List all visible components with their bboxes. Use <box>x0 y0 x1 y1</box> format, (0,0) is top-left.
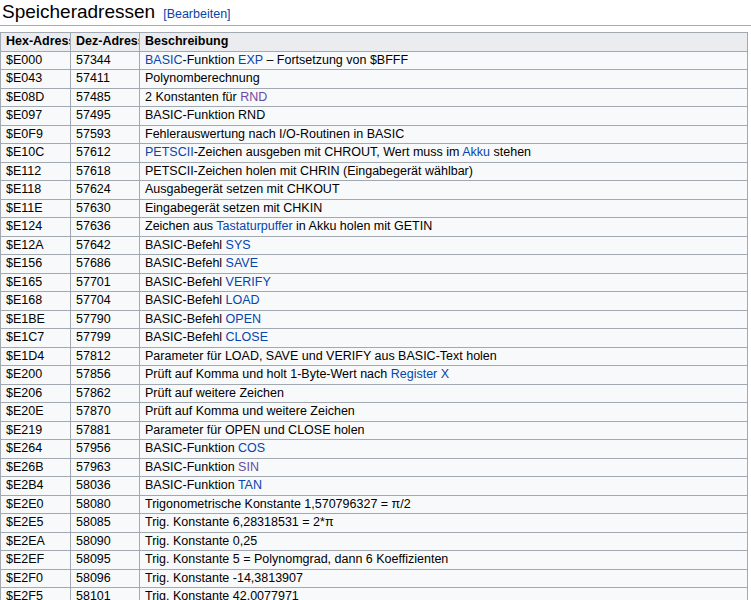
description-text: Prüft auf weitere Zeichen <box>145 386 284 400</box>
table-row: $E12457636Zeichen aus Tastaturpuffer in … <box>1 218 748 237</box>
description-text: Zeichen aus <box>145 219 216 233</box>
wiki-link[interactable]: Tastaturpuffer <box>216 219 292 233</box>
hex-address-cell: $E2B4 <box>1 477 71 496</box>
description-text: Trig. Konstante 42,0077971 <box>145 589 299 600</box>
dec-address-cell: 58085 <box>71 514 140 533</box>
table-row: $E11857624Ausgabegerät setzen mit CHKOUT <box>1 181 748 200</box>
dec-address-cell: 57485 <box>71 88 140 107</box>
hex-address-cell: $E112 <box>1 162 71 181</box>
description-cell: Parameter für LOAD, SAVE und VERIFY aus … <box>140 347 748 366</box>
table-row: $E11257618PETSCII-Zeichen holen mit CHRI… <box>1 162 748 181</box>
header-hex-address: Hex-Adresse <box>1 33 71 52</box>
table-row: $E16857704BASIC-Befehl LOAD <box>1 292 748 311</box>
dec-address-cell: 58096 <box>71 569 140 588</box>
dec-address-cell: 57411 <box>71 70 140 89</box>
dec-address-cell: 57862 <box>71 384 140 403</box>
table-row: $E1D457812Parameter für LOAD, SAVE und V… <box>1 347 748 366</box>
table-row: $E2E058080Trigonometrische Konstante 1,5… <box>1 495 748 514</box>
dec-address-cell: 57704 <box>71 292 140 311</box>
hex-address-cell: $E124 <box>1 218 71 237</box>
table-row: $E20E57870Prüft auf Komma und weitere Ze… <box>1 403 748 422</box>
description-cell: Prüft auf Komma und weitere Zeichen <box>140 403 748 422</box>
wiki-link[interactable]: CLOSE <box>226 330 268 344</box>
hex-address-cell: $E168 <box>1 292 71 311</box>
dec-address-cell: 57956 <box>71 440 140 459</box>
dec-address-cell: 57618 <box>71 162 140 181</box>
description-text: Parameter für OPEN und CLOSE holen <box>145 423 365 437</box>
description-text: BASIC-Funktion <box>145 441 238 455</box>
wiki-link[interactable]: BASIC <box>145 53 183 67</box>
description-text: Trig. Konstante 6,28318531 = 2*π <box>145 515 334 529</box>
description-cell: Trig. Konstante 42,0077971 <box>140 588 748 600</box>
hex-address-cell: $E2E0 <box>1 495 71 514</box>
dec-address-cell: 57593 <box>71 125 140 144</box>
dec-address-cell: 57881 <box>71 421 140 440</box>
hex-address-cell: $E165 <box>1 273 71 292</box>
wiki-link[interactable]: OPEN <box>226 312 261 326</box>
description-text: Prüft auf Komma und weitere Zeichen <box>145 404 355 418</box>
hex-address-cell: $E20E <box>1 403 71 422</box>
description-text: – Fortsetzung von $BFFF <box>263 53 408 67</box>
wiki-link[interactable]: LOAD <box>226 293 260 307</box>
table-row: $E11E57630Eingabegerät setzen mit CHKIN <box>1 199 748 218</box>
dec-address-cell: 57686 <box>71 255 140 274</box>
table-row: $E12A57642BASIC-Befehl SYS <box>1 236 748 255</box>
hex-address-cell: $E08D <box>1 88 71 107</box>
description-text: BASIC-Befehl <box>145 256 226 270</box>
table-row: $E15657686BASIC-Befehl SAVE <box>1 255 748 274</box>
description-text: Polynomberechnung <box>145 71 260 85</box>
dec-address-cell: 57495 <box>71 107 140 126</box>
wiki-link[interactable]: Akku <box>462 145 490 159</box>
description-cell: Eingabegerät setzen mit CHKIN <box>140 199 748 218</box>
table-row: $E09757495BASIC-Funktion RND <box>1 107 748 126</box>
wiki-link[interactable]: PETSCII <box>145 145 194 159</box>
table-row: $E26457956BASIC-Funktion COS <box>1 440 748 459</box>
wiki-link[interactable]: EXP <box>238 53 263 67</box>
hex-address-cell: $E26B <box>1 458 71 477</box>
hex-address-cell: $E043 <box>1 70 71 89</box>
dec-address-cell: 57636 <box>71 218 140 237</box>
description-text: BASIC-Befehl <box>145 293 226 307</box>
hex-address-cell: $E2EA <box>1 532 71 551</box>
table-row: $E2B458036BASIC-Funktion TAN <box>1 477 748 496</box>
description-text: BASIC-Funktion RND <box>145 108 265 122</box>
description-cell: BASIC-Befehl LOAD <box>140 292 748 311</box>
table-row: $E16557701BASIC-Befehl VERIFY <box>1 273 748 292</box>
description-text: BASIC-Funktion <box>145 460 238 474</box>
table-row: $E10C57612PETSCII-Zeichen ausgeben mit C… <box>1 144 748 163</box>
description-cell: BASIC-Befehl VERIFY <box>140 273 748 292</box>
wiki-link[interactable]: RND <box>240 90 267 104</box>
wiki-link[interactable]: SYS <box>226 238 251 252</box>
description-cell: PETSCII-Zeichen ausgeben mit CHROUT, Wer… <box>140 144 748 163</box>
table-row: $E2EA58090Trig. Konstante 0,25 <box>1 532 748 551</box>
description-cell: BASIC-Befehl OPEN <box>140 310 748 329</box>
wiki-link[interactable]: COS <box>238 441 265 455</box>
dec-address-cell: 57624 <box>71 181 140 200</box>
hex-address-cell: $E000 <box>1 51 71 70</box>
wiki-link[interactable]: SIN <box>238 460 259 474</box>
table-row: $E26B57963BASIC-Funktion SIN <box>1 458 748 477</box>
wiki-link[interactable]: SAVE <box>226 256 258 270</box>
hex-address-cell: $E118 <box>1 181 71 200</box>
description-cell: BASIC-Funktion TAN <box>140 477 748 496</box>
wiki-link[interactable]: VERIFY <box>226 275 271 289</box>
description-text: Ausgabegerät setzen mit CHKOUT <box>145 182 340 196</box>
dec-address-cell: 57630 <box>71 199 140 218</box>
edit-section: [Bearbeiten] <box>163 7 230 21</box>
description-cell: Trig. Konstante 6,28318531 = 2*π <box>140 514 748 533</box>
table-row: $E2F058096Trig. Konstante -14,3813907 <box>1 569 748 588</box>
hex-address-cell: $E2F5 <box>1 588 71 600</box>
table-row: $E21957881Parameter für OPEN und CLOSE h… <box>1 421 748 440</box>
description-cell: Trig. Konstante 0,25 <box>140 532 748 551</box>
edit-link[interactable]: [Bearbeiten] <box>163 7 230 21</box>
description-text: Fehlerauswertung nach I/O-Routinen in BA… <box>145 127 404 141</box>
memory-address-table: Hex-Adresse Dez-Adresse Beschreibung $E0… <box>0 32 748 600</box>
wiki-link[interactable]: Register X <box>391 367 449 381</box>
hex-address-cell: $E2E5 <box>1 514 71 533</box>
description-cell: BASIC-Funktion RND <box>140 107 748 126</box>
description-text: Trig. Konstante -14,3813907 <box>145 571 303 585</box>
description-cell: Prüft auf Komma und holt 1-Byte-Wert nac… <box>140 366 748 385</box>
wiki-link[interactable]: TAN <box>238 478 262 492</box>
dec-address-cell: 57856 <box>71 366 140 385</box>
dec-address-cell: 58090 <box>71 532 140 551</box>
